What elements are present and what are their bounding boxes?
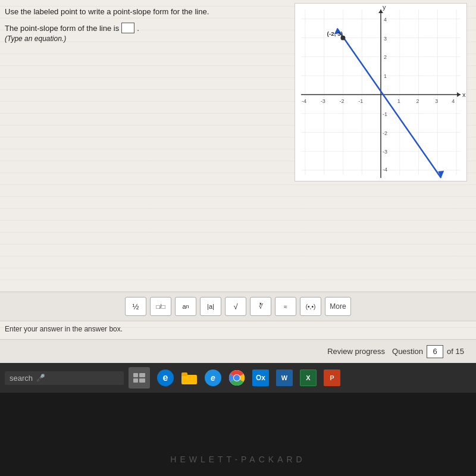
- svg-text:-1: -1: [383, 111, 387, 117]
- type-hint: (Type an equation.): [5, 35, 66, 43]
- edge-icon-button[interactable]: e: [155, 367, 176, 389]
- coordinate-graph: x y -4 -3 -2 -1 1 2 3 4 4 3 2 1 -1 -2 -3…: [295, 4, 466, 181]
- graph-container: x y -4 -3 -2 -1 1 2 3 4 4 3 2 1 -1 -2 -3…: [295, 3, 467, 181]
- point-slope-prompt: The point-slope form of the line is .: [5, 23, 139, 33]
- svg-text:3: 3: [435, 98, 438, 104]
- more-button[interactable]: More: [325, 297, 351, 316]
- of-label: of 15: [447, 347, 464, 356]
- cbrt-button[interactable]: ∛: [250, 297, 271, 316]
- outlook-icon-button[interactable]: Ox: [250, 367, 271, 389]
- taskbar-inner: search 🎤 e e: [0, 363, 476, 393]
- svg-text:x: x: [462, 91, 466, 98]
- enter-answer-text: Enter your answer in the answer box.: [5, 325, 123, 333]
- svg-text:-4: -4: [302, 98, 306, 104]
- ie-icon-button[interactable]: e: [202, 367, 224, 389]
- svg-text:4: 4: [384, 17, 387, 23]
- bottom-navigation-bar: Review progress Question 6 of 15: [0, 339, 476, 363]
- svg-rect-46: [133, 378, 138, 383]
- svg-text:1: 1: [397, 98, 400, 104]
- hp-brand-text: HEWLETT-PACKARD: [170, 455, 305, 464]
- search-bar[interactable]: search 🎤: [5, 371, 124, 385]
- svg-text:-2: -2: [339, 98, 344, 104]
- instruction-text: Use the labeled point to write a point-s…: [5, 7, 209, 16]
- word-icon-button[interactable]: W: [274, 367, 295, 389]
- svg-text:3: 3: [384, 36, 387, 42]
- chrome-icon-button[interactable]: [226, 367, 248, 389]
- question-label: Question: [392, 347, 423, 356]
- svg-rect-49: [181, 372, 187, 376]
- question-header: Use the labeled point to write a point-s…: [5, 7, 209, 16]
- task-view-button[interactable]: [129, 367, 150, 389]
- review-progress-button[interactable]: Review progress: [327, 347, 385, 356]
- file-explorer-button[interactable]: [178, 367, 200, 389]
- question-info: Question 6 of 15: [392, 345, 464, 358]
- svg-text:2: 2: [384, 54, 387, 60]
- svg-text:-4: -4: [383, 167, 387, 173]
- answer-input-box[interactable]: [121, 23, 134, 33]
- svg-rect-44: [133, 373, 138, 377]
- svg-point-52: [234, 375, 240, 381]
- question-number: 6: [433, 347, 437, 356]
- taskbar: search 🎤 e e: [0, 363, 476, 476]
- svg-text:-1: -1: [358, 98, 363, 104]
- svg-text:-3: -3: [383, 149, 387, 155]
- question-number-box: 6: [427, 345, 443, 358]
- excel-icon-button[interactable]: X: [298, 367, 319, 389]
- period: .: [137, 24, 139, 33]
- svg-text:-2: -2: [383, 130, 387, 136]
- svg-text:2: 2: [416, 98, 419, 104]
- svg-text:1: 1: [384, 73, 387, 79]
- sqrt-button[interactable]: √: [225, 297, 246, 316]
- prompt-text: The point-slope form of the line is: [5, 24, 119, 33]
- microphone-icon: 🎤: [36, 374, 45, 382]
- point-button[interactable]: (•,•): [300, 297, 321, 316]
- mixed-number-button[interactable]: □/□: [150, 297, 171, 316]
- svg-text:4: 4: [452, 98, 455, 104]
- svg-rect-48: [181, 375, 197, 384]
- exponent-button[interactable]: an: [175, 297, 196, 316]
- svg-rect-47: [139, 378, 145, 383]
- absolute-value-button[interactable]: |a|: [200, 297, 221, 316]
- svg-rect-45: [139, 373, 145, 377]
- content-area: Use the labeled point to write a point-s…: [0, 0, 476, 363]
- approx-button[interactable]: ≈: [275, 297, 296, 316]
- svg-text:y: y: [383, 4, 386, 11]
- search-text: search: [10, 374, 33, 383]
- math-toolbar: ½ □/□ an |a| √ ∛ ≈ (•,•) More: [0, 292, 476, 321]
- powerpoint-icon-button[interactable]: P: [321, 367, 343, 389]
- svg-text:(-2, 3): (-2, 3): [327, 30, 343, 37]
- fraction-button[interactable]: ½: [125, 297, 146, 316]
- svg-text:-3: -3: [321, 98, 325, 104]
